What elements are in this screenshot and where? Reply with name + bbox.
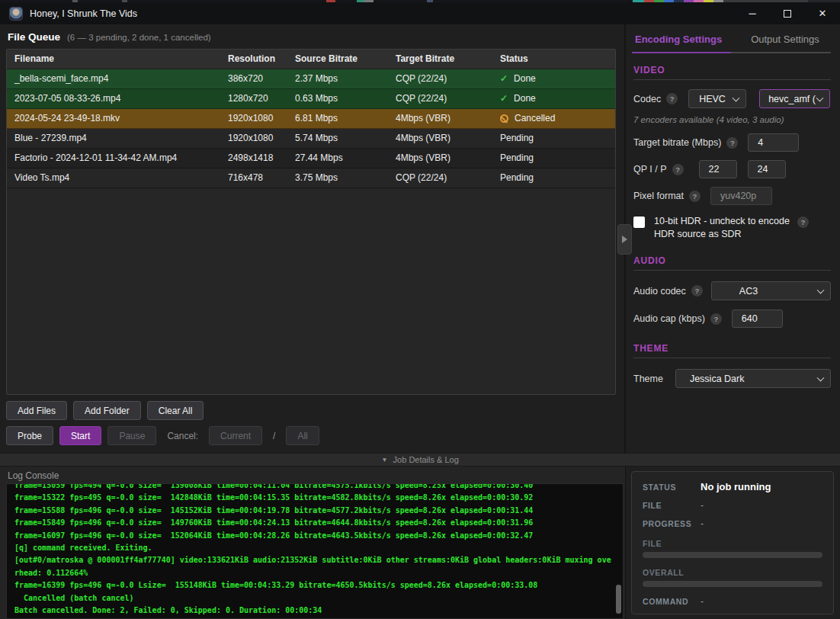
audio-codec-value: AC3 (739, 286, 774, 297)
minimize-icon: ─ (749, 8, 755, 19)
queue-row[interactable]: Factorio - 2024-12-01 11-34-42 AM.mp4249… (7, 149, 615, 168)
theme-select[interactable]: Jessica Dark (675, 369, 831, 388)
cancelled-icon (500, 114, 508, 123)
audio-codec-select[interactable]: AC3 (711, 281, 831, 300)
cell-resolution: 716x478 (220, 168, 287, 188)
log-console[interactable]: frame=15059 fps=494 q=-0.0 size= 139008K… (6, 483, 624, 619)
maximize-icon (784, 10, 791, 18)
target-bitrate-input[interactable] (748, 133, 799, 152)
pixel-format-label: Pixel format (633, 191, 684, 201)
cell-filename: Blue - 27239.mp4 (7, 129, 220, 148)
queue-row[interactable]: 2023-07-05 08-33-26.mp41280x7200.63 Mbps… (7, 89, 615, 109)
column-header[interactable]: Filename (7, 50, 220, 69)
codec-help-icon[interactable]: ? (666, 93, 678, 104)
console-line: frame=15059 fps=494 q=-0.0 size= 139008K… (14, 483, 612, 492)
probe-button[interactable]: Probe (6, 426, 53, 445)
close-button[interactable]: ✕ (805, 2, 840, 24)
file-queue-panel: File Queue (6 — 3 pending, 2 done, 1 can… (0, 24, 625, 453)
codec-label: Codec (633, 94, 661, 104)
audio-codec-row: Audio codec ? AC3 (633, 281, 831, 300)
cell-target-bitrate: CQP (22/24) (388, 69, 492, 88)
chevron-down-icon (817, 286, 825, 293)
file-progress-bar (643, 552, 822, 558)
job-details-toggle[interactable]: ▼ Job Details & Log (0, 453, 840, 467)
check-icon: ✓ (500, 89, 508, 108)
column-header[interactable]: Resolution (220, 50, 287, 69)
tab-encoding-settings[interactable]: Encoding Settings (633, 34, 723, 52)
console-scrollbar-thumb[interactable] (616, 585, 621, 614)
section-divider (633, 358, 831, 358)
queue-file-actions: Add Files Add Folder Clear All (6, 401, 204, 420)
cancel-current-button[interactable]: Current (209, 426, 262, 445)
overall-progress-label: OVERALL (643, 568, 822, 577)
cell-source-bitrate: 5.74 Mbps (287, 129, 388, 148)
encoder-select[interactable]: hevc_amf ( (759, 89, 830, 108)
queue-run-actions: Probe Start Pause Cancel: Current / All (6, 426, 319, 445)
qp-i-input[interactable] (699, 160, 737, 178)
codec-row: Codec ? HEVC hevc_amf ( (633, 89, 831, 108)
console-line: [out#0/matroska @ 000001ff4af77740] vide… (14, 554, 612, 579)
pixel-format-input[interactable] (710, 187, 772, 205)
qp-p-input[interactable] (748, 160, 786, 178)
cancel-all-button[interactable]: All (286, 426, 319, 445)
hdr-checkbox[interactable] (633, 216, 645, 228)
cell-filename: _bella-scemi_face.mp4 (7, 69, 220, 88)
column-header[interactable]: Source Bitrate (287, 50, 388, 69)
console-lines: frame=15059 fps=494 q=-0.0 size= 139008K… (7, 483, 623, 619)
cell-resolution: 2498x1418 (220, 149, 287, 168)
target-bitrate-help-icon[interactable]: ? (726, 137, 738, 149)
cell-source-bitrate: 3.75 Mbps (287, 168, 388, 188)
column-header[interactable]: Target Bitrate (388, 50, 492, 69)
queue-title: File Queue (8, 31, 60, 43)
hdr-help-icon[interactable]: ? (797, 216, 809, 228)
cell-source-bitrate: 6.81 Mbps (287, 109, 388, 128)
minimize-button[interactable]: ─ (735, 2, 770, 24)
maximize-button[interactable] (770, 2, 805, 24)
job-status-row: STATUS No job running (643, 481, 822, 492)
pause-button[interactable]: Pause (107, 426, 156, 445)
audio-codec-help-icon[interactable]: ? (691, 285, 703, 297)
cell-target-bitrate: CQP (22/24) (388, 89, 492, 108)
command-label: COMMAND (643, 597, 701, 606)
queue-row[interactable]: Video Ts.mp4716x4783.75 MbpsCQP (22/24)P… (7, 168, 615, 188)
target-bitrate-row: Target bitrate (Mbps) ? (633, 133, 831, 152)
codec-select[interactable]: HEVC (688, 89, 746, 108)
status-text: Pending (500, 129, 534, 148)
add-files-button[interactable]: Add Files (6, 401, 67, 420)
cell-resolution: 386x720 (220, 69, 287, 88)
titlebar[interactable]: Honey, I Shrunk The Vids ─ ✕ (0, 2, 840, 24)
settings-panel: Encoding Settings Output Settings VIDEO … (626, 24, 840, 453)
app-icon (9, 7, 23, 21)
queue-row[interactable]: _bella-scemi_face.mp4386x7202.37 MbpsCQP… (7, 69, 615, 89)
audio-cap-input[interactable] (732, 310, 783, 328)
chevron-down-icon (817, 374, 825, 381)
cancel-label: Cancel: (167, 431, 198, 441)
start-button[interactable]: Start (59, 426, 101, 445)
add-folder-button[interactable]: Add Folder (73, 401, 141, 420)
audio-section-heading: AUDIO (633, 255, 831, 266)
audio-cap-help-icon[interactable]: ? (710, 313, 722, 325)
job-status-panel: STATUS No job running FILE - PROGRESS - … (631, 471, 834, 614)
audio-cap-row: Audio cap (kbps) ? (633, 310, 831, 328)
status-text: Done (514, 69, 536, 88)
qp-help-icon[interactable]: ? (672, 164, 684, 175)
cell-filename: 2023-07-05 08-33-26.mp4 (7, 89, 220, 108)
panel-collapse-handle[interactable] (617, 224, 632, 255)
log-panel: Log Console frame=15059 fps=494 q=-0.0 s… (0, 467, 625, 619)
pixel-format-help-icon[interactable]: ? (689, 191, 701, 202)
file-label: FILE (643, 501, 701, 510)
file-value: - (701, 500, 822, 511)
queue-row[interactable]: 2024-05-24 23-49-18.mkv1920x10806.81 Mbp… (7, 109, 615, 129)
console-line: frame=15588 fps=496 q=-0.0 size= 145152K… (14, 505, 612, 517)
clear-all-button[interactable]: Clear All (147, 401, 204, 420)
cell-status: ✓Done (492, 69, 615, 88)
theme-row: Theme Jessica Dark (633, 369, 831, 388)
queue-header-row: FilenameResolutionSource BitrateTarget B… (7, 50, 615, 69)
cell-target-bitrate: 4Mbps (VBR) (388, 109, 492, 128)
target-bitrate-label: Target bitrate (Mbps) (633, 137, 721, 148)
cell-resolution: 1920x1080 (220, 129, 287, 148)
queue-row[interactable]: Blue - 27239.mp41920x10805.74 Mbps4Mbps … (7, 129, 615, 149)
column-header[interactable]: Status (492, 50, 615, 69)
tab-output-settings[interactable]: Output Settings (749, 34, 821, 52)
progress-value: - (701, 518, 822, 529)
